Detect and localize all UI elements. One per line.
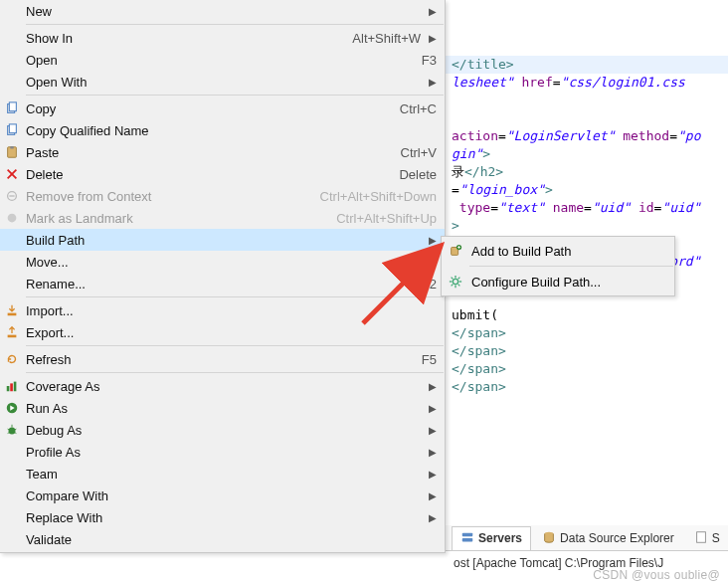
menu-item-replace-with[interactable]: Replace With▶ (0, 506, 445, 528)
chevron-right-icon: ▶ (429, 381, 437, 392)
chevron-right-icon: ▶ (429, 6, 437, 17)
view-tab-data-source-explorer[interactable]: Data Source Explorer (533, 526, 683, 550)
menu-item-profile-as[interactable]: Profile As▶ (0, 441, 445, 463)
svg-rect-12 (8, 335, 17, 338)
menu-item-delete[interactable]: DeleteDelete (0, 163, 445, 185)
menu-item-team[interactable]: Team▶ (0, 463, 445, 485)
svg-line-31 (458, 285, 460, 287)
menu-item-run-as[interactable]: Run As▶ (0, 397, 445, 419)
code-line: type="text" name="uid" id="uid" (452, 199, 722, 217)
menu-separator (26, 345, 444, 346)
code-line: </span> (452, 342, 722, 360)
menu-separator (26, 95, 444, 96)
menu-item-label: Team (26, 467, 421, 482)
export-icon (4, 324, 20, 340)
svg-rect-35 (462, 537, 473, 541)
code-line: </title> (452, 56, 722, 74)
menu-item-export[interactable]: Export... (0, 321, 445, 343)
menu-item-label: Remove from Context (26, 189, 320, 204)
copy-q-icon (4, 122, 20, 138)
svg-rect-37 (696, 531, 705, 542)
submenu-item-add-to-build-path[interactable]: Add to Build Path (442, 239, 674, 263)
menu-item-validate[interactable]: Validate (0, 528, 445, 550)
code-line (452, 92, 722, 109)
menu-item-label: Replace With (26, 510, 421, 525)
menu-item-copy[interactable]: CopyCtrl+C (0, 97, 445, 119)
build-path-submenu: Add to Build PathConfigure Build Path... (441, 236, 675, 296)
menu-item-label: Debug As (26, 423, 421, 438)
menu-item-debug-as[interactable]: Debug As▶ (0, 419, 445, 441)
snippets-icon (694, 530, 708, 547)
menu-item-label: New (26, 4, 421, 19)
code-line: action="LoginServlet" method="po (452, 127, 722, 145)
chevron-right-icon: ▶ (429, 447, 437, 458)
menu-item-build-path[interactable]: Build Path▶ (0, 229, 445, 251)
menu-item-label: Delete (26, 167, 399, 182)
menu-item-move[interactable]: Move... (0, 251, 445, 273)
chevron-right-icon: ▶ (429, 512, 437, 523)
svg-line-30 (452, 278, 454, 280)
code-line: 录</h2> (452, 163, 722, 181)
servers-icon (460, 530, 474, 547)
menu-item-label: Profile As (26, 445, 421, 460)
code-line: </span> (452, 360, 722, 378)
view-tab-s[interactable]: S (685, 526, 728, 550)
view-tab-label: S (712, 531, 720, 545)
svg-rect-11 (8, 313, 17, 316)
menu-item-accel: Ctrl+C (400, 101, 437, 116)
menu-item-label: Export... (26, 325, 437, 340)
menu-item-rename[interactable]: Rename...F2 (0, 273, 445, 294)
menu-item-copy-qualified-name[interactable]: Copy Qualified Name (0, 119, 445, 141)
menu-item-label: Compare With (26, 488, 421, 503)
menu-item-label: Show In (26, 31, 352, 46)
menu-item-open-with[interactable]: Open With▶ (0, 71, 445, 93)
debug-icon (4, 422, 20, 438)
code-line: gin"> (452, 145, 722, 163)
menu-item-refresh[interactable]: RefreshF5 (0, 348, 445, 370)
code-line: > (452, 217, 722, 235)
menu-item-label: Refresh (26, 352, 422, 367)
gear-icon (448, 274, 463, 290)
menu-item-show-in[interactable]: Show InAlt+Shift+W▶ (0, 27, 445, 49)
view-tab-label: Servers (478, 531, 522, 545)
remove-ctx-icon (4, 188, 20, 204)
view-tab-servers[interactable]: Servers (452, 526, 531, 550)
paste-icon (4, 144, 20, 160)
chevron-right-icon: ▶ (429, 425, 437, 436)
menu-item-paste[interactable]: PasteCtrl+V (0, 141, 445, 163)
menu-separator (469, 266, 673, 267)
menu-item-label: Open (26, 53, 422, 68)
datasource-icon (542, 530, 556, 547)
menu-item-new[interactable]: New▶ (0, 0, 445, 22)
menu-item-remove-from-context: Remove from ContextCtrl+Alt+Shift+Down (0, 185, 445, 207)
menu-separator (26, 296, 444, 297)
code-line: ="login_box"> (452, 181, 722, 199)
menu-item-open[interactable]: OpenF3 (0, 49, 445, 71)
jar-add-icon (448, 243, 463, 259)
chevron-right-icon: ▶ (429, 403, 437, 414)
code-line: </span> (452, 378, 722, 396)
svg-line-32 (452, 285, 454, 287)
svg-rect-13 (7, 386, 10, 391)
code-line: ubmit( (452, 306, 722, 324)
menu-separator (26, 372, 444, 373)
chevron-right-icon: ▶ (429, 235, 437, 246)
import-icon (4, 302, 20, 318)
landmark-icon (4, 210, 20, 226)
svg-rect-14 (10, 383, 13, 391)
menu-item-compare-with[interactable]: Compare With▶ (0, 485, 445, 506)
submenu-item-configure-build-path[interactable]: Configure Build Path... (442, 270, 674, 293)
context-menu: New▶Show InAlt+Shift+W▶OpenF3Open With▶C… (0, 0, 446, 553)
svg-point-17 (9, 427, 16, 434)
menu-item-accel: Ctrl+V (401, 145, 437, 160)
code-line: lesheet" href="css/login01.css (452, 74, 722, 92)
submenu-item-label: Add to Build Path (471, 244, 571, 259)
svg-line-33 (458, 278, 460, 280)
bottom-views-tabbar[interactable]: ServersData Source ExplorerS (446, 525, 728, 551)
menu-item-coverage-as[interactable]: Coverage As▶ (0, 375, 445, 397)
run-icon (4, 400, 20, 416)
menu-item-import[interactable]: Import... (0, 299, 445, 321)
menu-item-accel: F2 (422, 277, 437, 292)
submenu-item-label: Configure Build Path... (471, 275, 601, 290)
menu-item-label: Run As (26, 401, 421, 416)
